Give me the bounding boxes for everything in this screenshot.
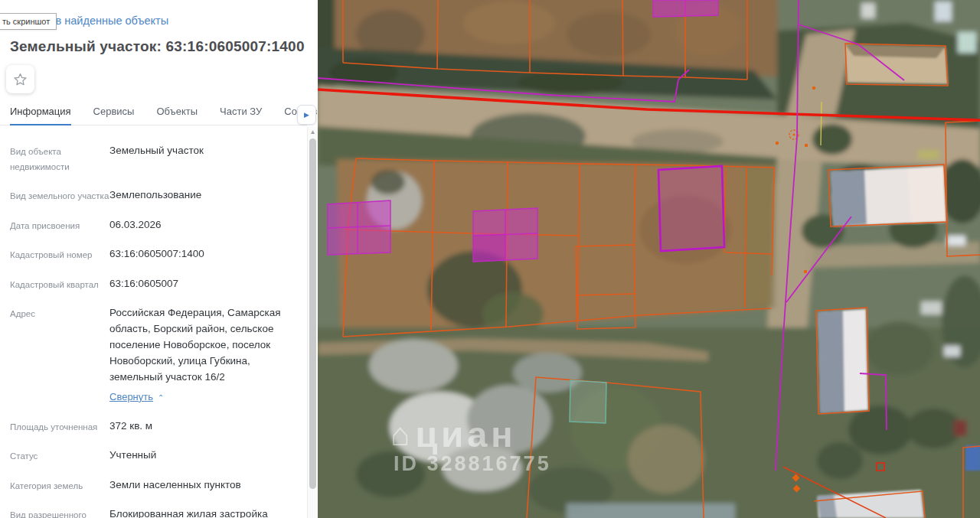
field-row-address: Адрес Российская Федерация, Самарская об…	[10, 305, 296, 406]
field-label: Статус	[10, 448, 109, 464]
field-value: Учтенный	[109, 448, 296, 464]
favorite-button[interactable]	[6, 65, 34, 93]
field-label: Кадастровый квартал	[10, 276, 109, 293]
teal-parcel[interactable]	[570, 380, 606, 423]
field-row: Кадастровый номер 63:16:0605007:1400	[10, 246, 296, 263]
tabs-scroll-right-button[interactable]: ▶	[297, 105, 316, 125]
field-row: Площадь уточненная 372 кв. м	[10, 419, 296, 435]
page-title: Земельный участок: 63:16:0605007:1400	[10, 38, 305, 55]
star-icon	[13, 73, 28, 86]
chevron-right-icon: ▶	[304, 111, 309, 119]
tab-services[interactable]: Сервисы	[93, 103, 135, 125]
field-row: Вид разрешенного использования Блокирова…	[10, 507, 296, 518]
field-row: Статус Учтенный	[10, 448, 296, 464]
field-value: 372 кв. м	[109, 419, 296, 435]
screenshot-tooltip: ть скриншот	[0, 13, 57, 30]
tab-bar: Информация Сервисы Объекты Части ЗУ Сост…	[0, 103, 307, 125]
field-value: 06.03.2026	[109, 217, 296, 234]
collapse-address-link[interactable]: Свернуть	[109, 389, 153, 405]
object-info-panel: ть скриншот ад в найденные объекты Земел…	[0, 0, 318, 518]
field-label: Дата присвоения	[10, 217, 109, 234]
field-row: Категория земель Земли населенных пункто…	[10, 477, 296, 494]
back-to-found-objects-link[interactable]: ад в найденные объекты	[40, 15, 168, 27]
field-label: Адрес	[10, 305, 109, 406]
field-value: Российская Федерация, Самарская область,…	[109, 305, 296, 406]
tab-objects[interactable]: Объекты	[156, 103, 198, 125]
satellite-map	[318, 0, 980, 518]
field-value: Землепользование	[109, 187, 296, 204]
selected-parcel[interactable]	[658, 166, 724, 251]
field-row: Вид объекта недвижимости Земельный участ…	[10, 143, 296, 174]
tab-information[interactable]: Информация	[10, 103, 71, 125]
tab-parts[interactable]: Части ЗУ	[220, 103, 262, 125]
cadastral-map-canvas[interactable]	[318, 0, 980, 518]
scrollbar-thumb[interactable]	[309, 138, 316, 489]
panel-scrollbar[interactable]: ▲	[307, 127, 318, 518]
address-text: Российская Федерация, Самарская область,…	[109, 307, 280, 383]
field-label: Вид объекта недвижимости	[10, 143, 109, 174]
chevron-up-icon: ⌃	[158, 392, 164, 404]
field-row: Дата присвоения 06.03.2026	[10, 217, 296, 234]
scroll-up-arrow-icon[interactable]: ▲	[308, 127, 318, 137]
field-row: Кадастровый квартал 63:16:0605007	[10, 276, 296, 293]
field-label: Вид земельного участка	[10, 187, 109, 204]
field-label: Площадь уточненная	[10, 419, 109, 435]
field-value: Блокированная жилая застройка	[109, 507, 296, 518]
field-value: Земли населенных пунктов	[109, 477, 296, 494]
field-value: Земельный участок	[109, 143, 296, 174]
field-row: Вид земельного участка Землепользование	[10, 187, 296, 204]
field-label: Кадастровый номер	[10, 246, 109, 263]
field-value: 63:16:0605007	[109, 276, 296, 293]
field-label: Категория земель	[10, 477, 109, 494]
field-label: Вид разрешенного использования	[10, 507, 109, 518]
object-attributes: Вид объекта недвижимости Земельный участ…	[0, 126, 307, 518]
field-value: 63:16:0605007:1400	[109, 246, 296, 263]
